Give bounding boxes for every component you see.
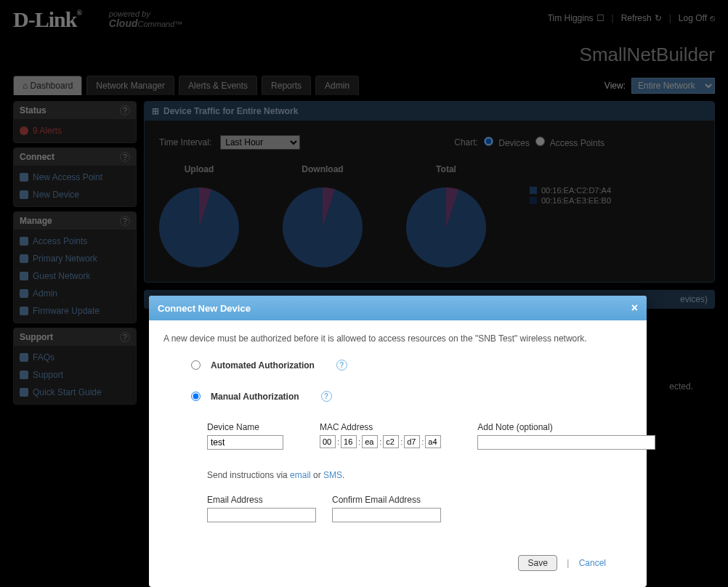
time-interval-label: Time Interval: [159,137,211,147]
automated-auth-label: Automated Authorization [211,360,315,371]
sms-link[interactable]: SMS [323,470,342,480]
view-label: View: [604,81,626,91]
alerts-link[interactable]: 9 Alerts [14,122,136,139]
automated-auth-radio[interactable] [191,360,201,370]
support-icon [20,371,28,379]
sidebar-item-primary-network[interactable]: Primary Network [14,250,136,267]
modal-title: Connect New Device [158,303,251,314]
guest-icon [20,272,28,280]
chart-radio-devices[interactable]: Devices [484,137,530,148]
connect-new-device-modal: Connect New Device × A new device must b… [149,296,647,587]
mac-3[interactable] [362,435,378,448]
close-icon[interactable]: × [631,301,638,315]
status-panel-title: Status [20,105,46,116]
cloud-command-logo: powered by CloudCommand™ [109,9,182,29]
tab-admin[interactable]: Admin [315,76,359,95]
cancel-link[interactable]: Cancel [579,558,606,568]
help-icon[interactable]: ? [120,152,130,162]
email-address-label: Email Address [207,495,316,505]
help-icon[interactable]: ? [120,216,130,226]
total-pie [406,187,486,267]
help-icon[interactable]: ? [336,360,347,371]
network-icon [20,254,28,263]
sidebar-item-support[interactable]: Support [14,366,136,384]
ap-icon [20,173,28,182]
chart-radio-aps[interactable]: Access Points [535,137,604,148]
ap-icon [20,237,28,246]
device-name-label: Device Name [207,422,283,432]
alert-icon [20,126,28,135]
dlink-logo: D-Link® [13,7,81,32]
tab-alerts-events[interactable]: Alerts & Events [179,76,257,95]
total-label: Total [406,164,486,174]
email-link[interactable]: email [290,470,311,480]
mac-address-label: MAC Address [320,422,441,432]
mac-6[interactable] [425,435,441,448]
sidebar-item-new-access-point[interactable]: New Access Point [14,169,136,186]
help-icon[interactable]: ? [120,332,130,342]
sidebar-item-quick-start[interactable]: Quick Start Guide [14,384,136,401]
time-interval-select[interactable]: Last Hour [220,135,300,150]
help-icon[interactable]: ? [321,391,332,402]
user-icon: ☐ [596,13,604,23]
connect-panel-title: Connect [20,152,54,162]
tab-dashboard[interactable]: ⌂ Dashboard [13,76,82,95]
help-icon[interactable]: ? [120,105,130,116]
manage-panel-title: Manage [20,216,52,226]
manual-auth-label: Manual Authorization [211,392,299,402]
manual-auth-radio[interactable] [191,392,201,401]
add-note-input[interactable] [477,435,655,450]
firmware-icon [20,307,28,315]
logoff-icon: ⎋ [710,13,715,23]
sidebar-item-access-points[interactable]: Access Points [14,232,136,250]
chart-legend: 00:16:EA:C2:D7:A4 00:16:EA:E3:EE:B0 [530,186,611,267]
confirm-email-input[interactable] [332,508,441,522]
confirm-email-label: Confirm Email Address [332,495,441,505]
sidebar: Status? 9 Alerts Connect? New Access Poi… [13,101,137,409]
mac-5[interactable] [404,435,420,448]
tab-network-manager[interactable]: Network Manager [86,76,174,95]
mac-2[interactable] [341,435,357,448]
sidebar-item-guest-network[interactable]: Guest Network [14,267,136,285]
upload-label: Upload [159,164,239,174]
device-icon [20,190,28,199]
sidebar-item-firmware[interactable]: Firmware Update [14,302,136,320]
refresh-link[interactable]: Refresh [621,13,652,23]
upload-pie [159,187,239,267]
view-select[interactable]: Entire Network [631,78,715,94]
sidebar-item-faqs[interactable]: FAQs [14,349,136,366]
chart-icon: ⊞ [152,106,159,116]
send-instructions-text: Send instructions via email or SMS. [207,470,632,480]
email-address-input[interactable] [207,508,316,522]
device-name-input[interactable] [207,435,283,450]
top-right-links: Tim Higgins ☐ | Refresh ↻ | Log Off ⎋ [548,13,715,23]
download-pie [283,187,363,267]
download-label: Download [283,164,363,174]
mac-1[interactable] [320,435,336,448]
mac-address-inputs: : : : : : [320,435,441,448]
admin-icon [20,289,28,298]
support-panel-title: Support [20,332,53,342]
modal-intro-text: A new device must be authorized before i… [163,333,632,344]
save-button[interactable]: Save [518,555,557,571]
sidebar-item-new-device[interactable]: New Device [14,186,136,203]
chart-label: Chart: [454,137,478,147]
faq-icon [20,353,28,362]
tab-reports[interactable]: Reports [262,76,311,95]
refresh-icon: ↻ [655,13,662,23]
add-note-label: Add Note (optional) [477,422,655,432]
sidebar-item-admin[interactable]: Admin [14,285,136,302]
user-name-link[interactable]: Tim Higgins [548,13,594,23]
logoff-link[interactable]: Log Off [679,13,707,23]
main-panel-header: ⊞ Device Traffic for Entire Network [145,102,714,121]
mac-4[interactable] [383,435,399,448]
site-name: SmallNetBuilder [580,44,715,66]
guide-icon [20,388,28,397]
